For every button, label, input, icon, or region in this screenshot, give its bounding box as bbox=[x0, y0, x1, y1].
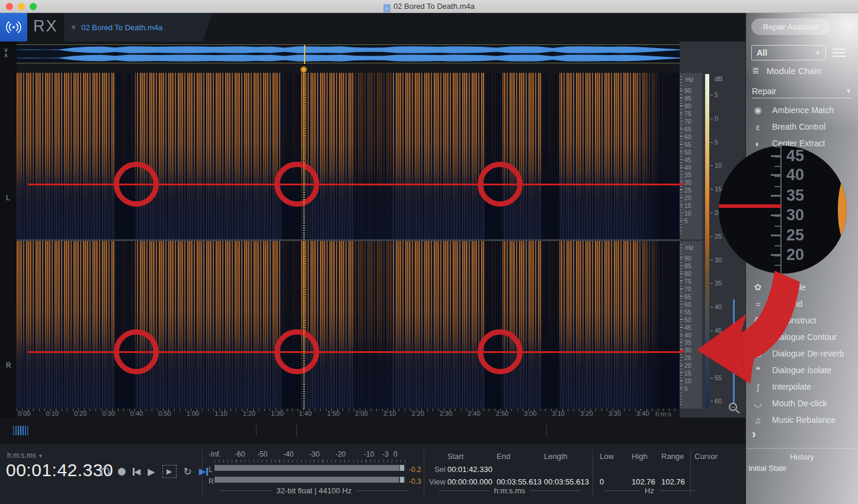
freq-tick bbox=[680, 265, 683, 266]
izotope-rx-logo bbox=[0, 13, 27, 41]
time-tick-label: 2:10 bbox=[383, 410, 396, 417]
frequency-unit-label: Hz bbox=[604, 486, 684, 495]
module-label: De-wind bbox=[772, 299, 802, 309]
waveform-view-icon[interactable] bbox=[13, 426, 28, 435]
freq-tick-label: 5 bbox=[684, 386, 688, 392]
freq-tick bbox=[680, 365, 683, 365]
module-label: Dialogue De-reverb bbox=[772, 349, 844, 358]
time-ruler[interactable]: h:m:s 0:000:100:200:300:400:501:001:101:… bbox=[17, 409, 680, 418]
time-unit-label: h:m:s bbox=[655, 410, 671, 418]
repair-section-header[interactable]: Repair▼ bbox=[752, 84, 851, 98]
vertical-zoom-slider[interactable] bbox=[733, 299, 735, 404]
time-tick-label: 3:40 bbox=[636, 410, 649, 417]
magnified-freq-label: 20 bbox=[786, 247, 804, 263]
freq-tick-label: 80 bbox=[684, 103, 691, 110]
tab-bar: RX × 02 Bored To Death.m4a bbox=[0, 13, 745, 41]
module-item-music-rebalance[interactable]: ♫Music Rebalance bbox=[752, 412, 856, 428]
collapse-overview-icon[interactable]: ∨∧ bbox=[4, 47, 8, 58]
freq-tick bbox=[680, 98, 683, 98]
freq-tick-label: 35 bbox=[684, 172, 691, 178]
module-item-breath-control[interactable]: εBreath Control bbox=[752, 118, 856, 135]
playhead-time-display[interactable]: 00:01:42.330 bbox=[6, 460, 113, 480]
meter-left-peak-value[interactable]: -0.2 bbox=[409, 466, 421, 474]
module-item-deconstruct[interactable]: ⚙Deconstruct bbox=[752, 312, 856, 329]
module-item-dialogue-de-reverb[interactable]: ◎Dialogue De-reverb bbox=[752, 345, 856, 362]
module-filter-dropdown[interactable]: All▼ bbox=[751, 45, 826, 60]
history-separator bbox=[746, 448, 858, 449]
time-tick-label: 2:40 bbox=[468, 410, 480, 417]
overview-waveform bbox=[17, 45, 680, 63]
module-item-dialogue-contour[interactable]: ◷Dialogue Contour bbox=[752, 329, 856, 345]
module-item-interpolate[interactable]: ∫Interpolate bbox=[752, 378, 856, 395]
magnified-freq-label: 40 bbox=[786, 167, 804, 183]
repair-assistant-button[interactable]: Repair Assistant bbox=[751, 18, 830, 35]
window-title: ♪02 Bored To Death.m4a bbox=[0, 2, 858, 12]
selection-unit-label: h:m:s.ms bbox=[438, 486, 581, 495]
freq-tick-label: 45 bbox=[684, 325, 691, 331]
freq-tick-label: 40 bbox=[684, 165, 691, 171]
freq-tick bbox=[680, 296, 683, 297]
module-item-ambience-match[interactable]: ◉Ambience Match bbox=[752, 102, 856, 118]
vertical-zoom-knob[interactable] bbox=[730, 359, 738, 367]
time-tick-label: 3:20 bbox=[580, 410, 593, 417]
play-to-end-button[interactable]: ▶ bbox=[199, 466, 208, 477]
freq-tick-label: 80 bbox=[684, 271, 691, 277]
freq-tick bbox=[680, 144, 683, 145]
freq-high-value[interactable]: 102.76 bbox=[632, 477, 655, 486]
deconstruct-icon: ⚙ bbox=[752, 315, 764, 326]
play-selection-button[interactable]: ▶ bbox=[162, 465, 177, 478]
file-tab[interactable]: × 02 Bored To Death.m4a bbox=[64, 13, 212, 41]
breath-control-icon: ε bbox=[752, 122, 764, 132]
freq-tick-label: 75 bbox=[684, 111, 691, 117]
return-to-start-button[interactable]: ◀ bbox=[133, 467, 140, 476]
channel-separator bbox=[17, 239, 705, 241]
record-button[interactable] bbox=[118, 468, 126, 476]
module-item-de-wind[interactable]: ≈De-wind bbox=[752, 296, 856, 312]
selection-start-value[interactable]: 00:01:42.330 bbox=[447, 465, 492, 474]
view-length-value[interactable]: 00:03:55.613 bbox=[544, 477, 589, 486]
history-item[interactable]: Initial State bbox=[748, 462, 855, 474]
rx-application-window: ♪02 Bored To Death.m4a RX × 02 Bored To … bbox=[0, 0, 858, 504]
meter-scale-label: -30 bbox=[309, 451, 319, 458]
spectrogram-right-channel[interactable] bbox=[17, 241, 680, 409]
freq-low-value[interactable]: 0 bbox=[600, 477, 604, 486]
loop-playback-button[interactable]: ↻ bbox=[184, 466, 192, 478]
time-tick-label: 1:30 bbox=[271, 410, 283, 417]
meter-right-bar bbox=[214, 477, 405, 483]
time-tick-label: 0:30 bbox=[102, 410, 114, 417]
meter-right-peak-value[interactable]: -0.3 bbox=[409, 477, 421, 486]
expand-more-icon[interactable]: › bbox=[752, 428, 756, 439]
freq-tick-label: 90 bbox=[684, 255, 691, 262]
vertical-zoom-out-icon[interactable]: − bbox=[729, 403, 737, 411]
freq-tick bbox=[680, 182, 683, 182]
module-chain-item[interactable]: ≣ Module Chain bbox=[752, 65, 821, 76]
module-item-mouth-de-click[interactable]: ◡Mouth De-click bbox=[752, 395, 856, 412]
hamburger-menu-icon[interactable] bbox=[833, 49, 846, 57]
module-item-dialogue-isolate[interactable]: ❝Dialogue Isolate bbox=[752, 362, 856, 378]
amplitude-colorbar[interactable] bbox=[705, 74, 709, 409]
module-item-de-rustle[interactable]: ✿De-rustle bbox=[752, 279, 856, 296]
spectrogram-left-channel[interactable] bbox=[17, 73, 680, 239]
meter-scale-label: -Inf. bbox=[209, 451, 221, 458]
time-tick-label: 0:40 bbox=[130, 410, 143, 417]
freq-range-value[interactable]: 102.76 bbox=[661, 477, 685, 486]
dialogue-de-reverb-icon: ◎ bbox=[752, 348, 764, 359]
view-start-value[interactable]: 00:00:00.000 bbox=[447, 477, 492, 486]
freq-tick bbox=[680, 273, 683, 274]
editor-toolbar: + − ↗ ✋ Instant process Attenuate▾ ✎ ✻ − bbox=[0, 418, 745, 443]
dialogue-isolate-icon: ❝ bbox=[752, 365, 764, 375]
time-format-selector[interactable]: h:m:s.ms ▼ bbox=[7, 451, 43, 460]
magnified-freq-label: 30 bbox=[786, 207, 804, 223]
freq-tick bbox=[680, 380, 683, 381]
tab-close-icon[interactable]: × bbox=[71, 23, 76, 32]
view-end-value[interactable]: 00:03:55.613 bbox=[497, 477, 542, 486]
meter-scale-label: -40 bbox=[283, 451, 293, 458]
monitor-headphones-button[interactable] bbox=[100, 467, 111, 477]
freq-tick-label: 15 bbox=[684, 203, 691, 209]
meter-scale: -Inf.-60-50-40-30-20-10-30 bbox=[209, 451, 410, 459]
freq-tick bbox=[680, 129, 683, 129]
play-button[interactable]: ▶ bbox=[148, 466, 155, 477]
time-tick-label: 1:50 bbox=[327, 410, 340, 417]
waveform-overview-strip[interactable] bbox=[17, 44, 680, 63]
freq-tick bbox=[680, 312, 683, 312]
